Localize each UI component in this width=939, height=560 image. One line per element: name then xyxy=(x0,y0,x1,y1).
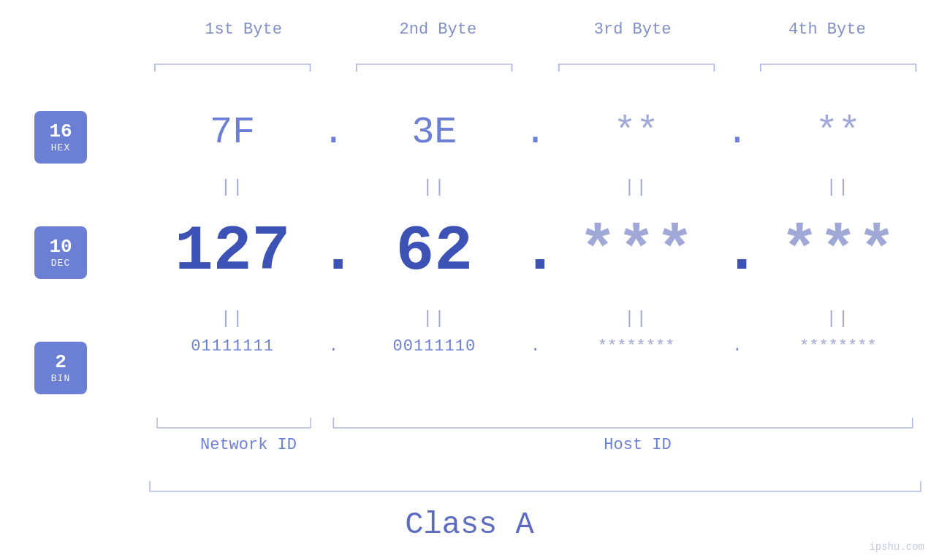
bin-val-1: 01111111 xyxy=(146,337,319,356)
eq-1-1: || xyxy=(146,177,319,197)
dec-dot-2: . xyxy=(521,215,550,288)
bottom-bracket-row xyxy=(146,415,924,431)
eq-2-2: || xyxy=(348,309,520,329)
dec-badge-num: 10 xyxy=(49,237,72,258)
top-bracket-row xyxy=(146,58,924,73)
hex-badge: 16 HEX xyxy=(34,111,87,164)
dec-badge: 10 DEC xyxy=(34,226,87,279)
dec-val-3: *** xyxy=(550,215,723,288)
dec-val-1: 127 xyxy=(146,215,319,288)
bin-row: 01111111 . 00111110 . ******** . *******… xyxy=(146,337,924,356)
col-header-2: 2nd Byte xyxy=(341,20,535,39)
eq-1-4: || xyxy=(752,177,924,197)
bin-badge-num: 2 xyxy=(55,352,66,373)
bracket-byte3 xyxy=(550,58,723,73)
network-id-bracket xyxy=(146,415,322,431)
host-id-label: Host ID xyxy=(351,436,924,454)
eq-2-3: || xyxy=(550,309,723,329)
dec-dot-3: . xyxy=(723,215,752,288)
id-labels: Network ID Host ID xyxy=(146,436,924,454)
dec-badge-label: DEC xyxy=(51,258,70,269)
col-header-3: 3rd Byte xyxy=(536,20,730,39)
col-header-4: 4th Byte xyxy=(730,20,924,39)
eq-row-2: || || || || xyxy=(146,309,924,329)
dec-row: 127 . 62 . *** . *** xyxy=(146,215,924,288)
eq-2-4: || xyxy=(752,309,924,329)
bin-badge-label: BIN xyxy=(51,373,70,384)
main-container: 16 HEX 10 DEC 2 BIN 1st Byte 2nd Byte 3r… xyxy=(0,0,939,560)
dec-dot-1: . xyxy=(319,215,348,288)
bin-val-2: 00111110 xyxy=(348,337,520,356)
bracket-byte2 xyxy=(348,58,520,73)
col-headers: 1st Byte 2nd Byte 3rd Byte 4th Byte xyxy=(146,20,924,39)
dec-val-2: 62 xyxy=(348,215,520,288)
dec-val-4: *** xyxy=(752,215,924,288)
bin-dot-1: . xyxy=(319,337,348,356)
bin-val-3: ******** xyxy=(550,337,723,356)
hex-val-3: ** xyxy=(550,111,723,154)
hex-dot-2: . xyxy=(521,111,550,154)
class-label: Class A xyxy=(0,507,939,542)
bracket-byte1 xyxy=(146,58,319,73)
hex-badge-label: HEX xyxy=(51,142,70,153)
eq-1-2: || xyxy=(348,177,520,197)
host-id-bracket xyxy=(322,415,924,431)
hex-badge-num: 16 xyxy=(49,121,72,142)
bin-dot-2: . xyxy=(521,337,550,356)
watermark: ipshu.com xyxy=(869,541,924,553)
eq-2-1: || xyxy=(146,309,319,329)
eq-1-3: || xyxy=(550,177,723,197)
eq-row-1: || || || || xyxy=(146,177,924,197)
hex-val-2: 3E xyxy=(348,111,520,154)
overall-bracket xyxy=(146,478,924,498)
network-id-label: Network ID xyxy=(146,436,351,454)
hex-dot-3: . xyxy=(723,111,752,154)
col-header-1: 1st Byte xyxy=(146,20,341,39)
hex-row: 7F . 3E . ** . ** xyxy=(146,111,924,154)
bin-badge: 2 BIN xyxy=(34,342,87,394)
hex-val-1: 7F xyxy=(146,111,319,154)
bin-val-4: ******** xyxy=(752,337,924,356)
bracket-byte4 xyxy=(752,58,924,73)
hex-val-4: ** xyxy=(752,111,924,154)
bin-dot-3: . xyxy=(723,337,752,356)
hex-dot-1: . xyxy=(319,111,348,154)
